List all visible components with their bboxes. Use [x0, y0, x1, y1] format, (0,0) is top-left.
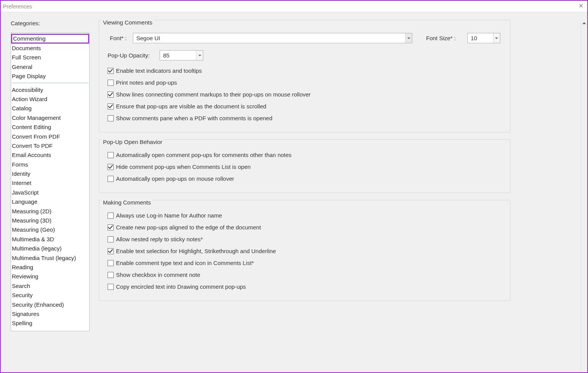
- category-measuring-geo-[interactable]: Measuring (Geo): [11, 225, 89, 234]
- font-label: Font* :: [108, 35, 127, 41]
- category-page-display[interactable]: Page Display: [11, 72, 89, 81]
- close-icon[interactable]: ✕: [577, 2, 585, 10]
- category-multimedia-trust-legacy-[interactable]: Multimedia Trust (legacy): [11, 254, 89, 263]
- category-language[interactable]: Language: [11, 197, 89, 206]
- checkbox-option[interactable]: Allow nested reply to sticky notes*: [108, 236, 501, 242]
- category-action-wizard[interactable]: Action Wizard: [11, 95, 89, 104]
- chevron-down-icon[interactable]: [405, 33, 412, 43]
- category-multimedia-3d[interactable]: Multimedia & 3D: [11, 235, 89, 244]
- category-convert-to-pdf[interactable]: Convert To PDF: [11, 141, 89, 151]
- category-convert-from-pdf[interactable]: Convert From PDF: [11, 132, 89, 141]
- checkbox-icon[interactable]: [108, 284, 114, 290]
- checkbox-option[interactable]: Show checkbox in comment note: [108, 272, 501, 278]
- checkbox-label: Show comments pane when a PDF with comme…: [116, 115, 273, 121]
- category-forms[interactable]: Forms: [11, 160, 89, 169]
- checkbox-label: Enable text indicators and tooltips: [116, 67, 202, 74]
- category-general[interactable]: General: [11, 62, 89, 72]
- category-reviewing[interactable]: Reviewing: [11, 272, 89, 281]
- checkbox-icon[interactable]: [108, 152, 114, 158]
- scroll-up-icon[interactable]: [581, 20, 587, 26]
- window-body: Categories: CommentingDocumentsFull Scre…: [1, 12, 587, 372]
- category-commenting[interactable]: Commenting: [11, 34, 89, 44]
- category-color-management[interactable]: Color Management: [11, 113, 89, 123]
- categories-label: Categories:: [11, 20, 91, 26]
- opacity-label: Pop-Up Opacity:: [108, 52, 154, 59]
- checkbox-label: Automatically open pop-ups on mouse roll…: [116, 175, 234, 182]
- category-accessibility[interactable]: Accessibility: [11, 85, 89, 95]
- checkbox-label: Show lines connecting comment markups to…: [116, 91, 311, 98]
- fontsize-combo[interactable]: 10: [467, 33, 500, 43]
- checkbox-icon[interactable]: [108, 176, 114, 182]
- checkbox-label: Show checkbox in comment note: [116, 272, 200, 278]
- category-security-enhanced-[interactable]: Security (Enhanced): [11, 300, 89, 309]
- category-search[interactable]: Search: [11, 281, 89, 291]
- category-catalog[interactable]: Catalog: [11, 104, 89, 113]
- checkbox-label: Print notes and pop-ups: [116, 79, 177, 86]
- checkbox-label: Create new pop-ups aligned to the edge o…: [116, 224, 261, 231]
- checkbox-option[interactable]: Ensure that pop-ups are visible as the d…: [108, 103, 501, 110]
- checkbox-icon[interactable]: [108, 224, 114, 231]
- checkbox-option[interactable]: Enable text selection for Highlight, Str…: [108, 248, 501, 254]
- category-multimedia-legacy-[interactable]: Multimedia (legacy): [11, 244, 89, 253]
- group-legend: Making Comments: [101, 199, 152, 206]
- checkbox-icon[interactable]: [108, 92, 114, 98]
- category-identity[interactable]: Identity: [11, 169, 89, 178]
- checkbox-option[interactable]: Automatically open pop-ups on mouse roll…: [108, 175, 501, 182]
- checkbox-label: Copy encircled text into Drawing comment…: [116, 283, 246, 290]
- checkbox-option[interactable]: Show comments pane when a PDF with comme…: [108, 115, 501, 121]
- checkbox-icon[interactable]: [108, 68, 114, 74]
- checkbox-icon[interactable]: [108, 260, 114, 266]
- preferences-window: Preferences ✕ Categories: CommentingDocu…: [0, 0, 588, 373]
- category-content-editing[interactable]: Content Editing: [11, 123, 89, 132]
- checkbox-label: Hide comment pop-ups when Comments List …: [116, 164, 251, 170]
- category-internet[interactable]: Internet: [11, 178, 89, 188]
- category-signatures[interactable]: Signatures: [11, 309, 89, 319]
- settings-panel: Viewing Comments Font* : Segoe UI Font S…: [91, 20, 587, 372]
- sidebar: Categories: CommentingDocumentsFull Scre…: [11, 20, 91, 372]
- categories-list[interactable]: CommentingDocumentsFull ScreenGeneralPag…: [11, 33, 90, 331]
- opacity-combo[interactable]: 85: [160, 50, 203, 61]
- checkbox-label: Ensure that pop-ups are visible as the d…: [116, 103, 266, 110]
- window-title: Preferences: [3, 3, 32, 10]
- checkbox-label: Enable comment type text and icon in Com…: [116, 260, 254, 266]
- checkbox-option[interactable]: Enable text indicators and tooltips: [108, 67, 501, 74]
- checkbox-option[interactable]: Always use Log-in Name for Author name: [108, 212, 501, 219]
- category-spelling[interactable]: Spelling: [11, 319, 89, 328]
- group-legend: Pop-Up Open Behavior: [101, 139, 164, 145]
- category-security[interactable]: Security: [11, 291, 89, 300]
- category-full-screen[interactable]: Full Screen: [11, 53, 89, 62]
- checkbox-option[interactable]: Hide comment pop-ups when Comments List …: [108, 164, 501, 170]
- category-divider: [12, 83, 88, 83]
- checkbox-icon[interactable]: [108, 213, 114, 219]
- checkbox-option[interactable]: Create new pop-ups aligned to the edge o…: [108, 224, 501, 231]
- checkbox-label: Automatically open comment pop-ups for c…: [116, 152, 292, 158]
- checkbox-icon[interactable]: [108, 236, 114, 242]
- fontsize-value: 10: [468, 35, 493, 41]
- checkbox-option[interactable]: Show lines connecting comment markups to…: [108, 91, 501, 98]
- category-measuring-3d-[interactable]: Measuring (3D): [11, 216, 89, 225]
- category-measuring-2d-[interactable]: Measuring (2D): [11, 207, 89, 216]
- chevron-down-icon[interactable]: [493, 33, 500, 43]
- checkbox-label: Enable text selection for Highlight, Str…: [116, 248, 276, 254]
- checkbox-option[interactable]: Enable comment type text and icon in Com…: [108, 260, 501, 266]
- checkbox-label: Always use Log-in Name for Author name: [116, 212, 222, 219]
- chevron-down-icon[interactable]: [196, 51, 203, 60]
- category-documents[interactable]: Documents: [11, 44, 89, 53]
- checkbox-icon[interactable]: [108, 80, 114, 86]
- category-email-accounts[interactable]: Email Accounts: [11, 151, 89, 160]
- font-combo[interactable]: Segoe UI: [133, 33, 412, 43]
- checkbox-icon[interactable]: [108, 248, 114, 254]
- checkbox-icon[interactable]: [108, 272, 114, 278]
- checkbox-option[interactable]: Print notes and pop-ups: [108, 79, 501, 86]
- checkbox-option[interactable]: Copy encircled text into Drawing comment…: [108, 283, 501, 290]
- checkbox-icon[interactable]: [108, 103, 114, 110]
- checkbox-icon[interactable]: [108, 115, 114, 121]
- checkbox-icon[interactable]: [108, 164, 114, 170]
- category-javascript[interactable]: JavaScript: [11, 188, 89, 197]
- scrollbar[interactable]: [581, 20, 587, 372]
- viewing-comments-group: Viewing Comments Font* : Segoe UI Font S…: [99, 20, 510, 133]
- category-reading[interactable]: Reading: [11, 263, 89, 272]
- checkbox-option[interactable]: Automatically open comment pop-ups for c…: [108, 152, 501, 158]
- making-comments-group: Making Comments Always use Log-in Name f…: [99, 200, 510, 301]
- fontsize-label: Font Size* :: [426, 35, 456, 41]
